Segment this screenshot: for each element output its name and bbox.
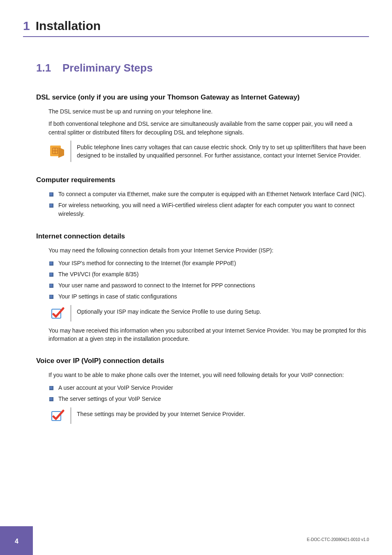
callout-divider (71, 305, 71, 321)
chapter-number: 1 (23, 19, 30, 32)
checkmark-icon (48, 407, 67, 424)
svg-marker-1 (58, 147, 64, 158)
computer-block: Computer requirements To connect a compu… (36, 176, 369, 218)
list-item: For wireless networking, you will need a… (48, 201, 369, 218)
warning-icon (48, 141, 67, 162)
page-number: 4 (15, 538, 18, 545)
internet-heading: Internet connection details (36, 232, 369, 240)
list-item: The server settings of your VoIP Service (48, 395, 369, 403)
list-item: To connect a computer via Ethernet, make… (48, 190, 369, 199)
list-item: The VPI/VCI (for example 8/35) (48, 270, 369, 279)
note-text: These settings may be provided by your I… (75, 407, 245, 424)
voip-list: A user account at your VoIP Service Prov… (48, 384, 369, 403)
warning-callout: Public telephone lines carry voltages th… (48, 141, 369, 162)
section-number: 1.1 (36, 62, 62, 74)
section-title: Preliminary Steps (62, 62, 153, 74)
note-callout: These settings may be provided by your I… (48, 407, 369, 424)
internet-block: Internet connection details You may need… (36, 232, 369, 343)
internet-intro: You may need the following connection de… (48, 246, 369, 254)
chapter-heading: 1Installation (23, 19, 369, 37)
document-id: E-DOC-CTC-20080421-0010 v1.0 (307, 537, 369, 542)
voip-block: Voice over IP (VoIP) connection details … (36, 357, 369, 423)
note-callout: Optionally your ISP may indicate the Ser… (48, 305, 369, 321)
internet-list: Your ISP's method for connecting to the … (48, 259, 369, 301)
list-item: Your ISP's method for connecting to the … (48, 259, 369, 268)
list-item: Your user name and password to connect t… (48, 281, 369, 290)
dsl-p1: The DSL service must be up and running o… (48, 107, 369, 116)
dsl-heading: DSL service (only if you are using your … (36, 93, 369, 102)
warning-text: Public telephone lines carry voltages th… (75, 141, 369, 162)
voip-heading: Voice over IP (VoIP) connection details (36, 357, 369, 365)
list-item: Your IP settings in case of static confi… (48, 292, 369, 301)
section-heading: 1.1Preliminary Steps (36, 62, 369, 74)
callout-divider (71, 141, 71, 162)
dsl-block: DSL service (only if you are using your … (36, 93, 369, 162)
dsl-p2: If both conventional telephone and DSL s… (48, 120, 369, 136)
checkmark-icon (48, 305, 67, 321)
chapter-title: Installation (36, 19, 101, 32)
computer-heading: Computer requirements (36, 176, 369, 184)
computer-list: To connect a computer via Ethernet, make… (48, 190, 369, 218)
internet-outro: You may have received this information w… (48, 326, 369, 343)
voip-intro: If you want to be able to make phone cal… (48, 371, 369, 379)
note-text: Optionally your ISP may indicate the Ser… (75, 305, 261, 321)
list-item: A user account at your VoIP Service Prov… (48, 384, 369, 392)
callout-divider (71, 407, 71, 424)
